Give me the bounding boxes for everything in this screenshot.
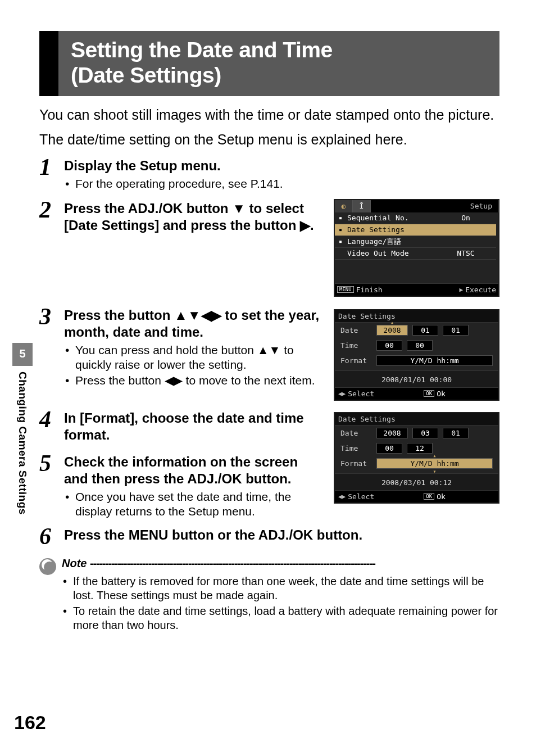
- lcd-row-date-settings: ▪ Date Settings ▷: [335, 224, 496, 236]
- up-down-arrows-icon: ▲▼: [257, 343, 281, 356]
- step-5-number: 5: [39, 452, 64, 474]
- page-number: 162: [14, 712, 46, 734]
- section-title-line1: Setting the Date and Time: [71, 38, 333, 62]
- lcd-ds2-preview: 2008/03/01 00:12: [335, 473, 498, 490]
- lcd-ds2-month: 03: [412, 428, 438, 438]
- step-3-bullet-2: Press the button ◀▶ to move to the next …: [64, 373, 322, 388]
- lcd-ds2-title: Date Settings: [335, 413, 498, 425]
- lcd-ds1-format: Y/M/D hh:mm: [376, 355, 493, 366]
- lcd-tab-setup-label: Setup: [371, 200, 498, 212]
- lcd-ds1-select-arrows-icon: ◀▶: [338, 390, 346, 397]
- step-1-bullet-1: For the operating procedure, see P.141.: [64, 176, 499, 191]
- lcd-footer-finish: Finish: [356, 286, 383, 294]
- lcd-footer-execute: Execute: [465, 286, 496, 294]
- lcd-ds2-row-time: Time 00 12: [335, 441, 498, 456]
- step-1-title: Display the Setup menu.: [64, 157, 499, 174]
- lcd-ds2-select: Select: [348, 492, 374, 501]
- lcd-tab-camera-icon: ◐: [335, 200, 353, 212]
- step-4: 4 In [Format], choose the date and time …: [39, 409, 322, 446]
- lcd-ds2-min: 12: [407, 443, 433, 454]
- lcd-ds1-day: 01: [443, 325, 469, 336]
- lcd-ds1-min: 00: [407, 340, 433, 351]
- lcd-ds1-row-time: Time 00 00: [335, 338, 498, 353]
- lcd-ds1-hour: 00: [376, 340, 402, 351]
- intro-paragraph-2: The date/time setting on the Setup menu …: [39, 131, 499, 148]
- intro-paragraph-1: You can shoot still images with the time…: [39, 106, 499, 124]
- step-3-title: Press the button ▲▼◀▶ to set the year, m…: [64, 307, 322, 341]
- down-arrow-icon: ▼: [232, 201, 246, 216]
- lcd-ds1-month: 01: [412, 325, 438, 336]
- side-tab: 5 Changing Camera Settings: [12, 343, 33, 515]
- step-5: 5 Check the information on the screen an…: [39, 452, 322, 520]
- left-right-arrows-icon: ◀▶: [165, 374, 183, 387]
- lcd-ds2-day: 01: [443, 428, 469, 438]
- lcd-ds2-row-format: Format Y/M/D hh:mm: [335, 456, 498, 471]
- four-arrows-icon: ▲▼◀▶: [174, 307, 221, 323]
- lcd-ds2-year: 2008: [376, 428, 408, 438]
- lcd-row-language: ▪ Language/言語: [335, 236, 496, 248]
- lcd-ds2-format: Y/M/D hh:mm: [376, 458, 493, 469]
- lcd-ds2-select-arrows-icon: ◀▶: [338, 493, 346, 500]
- lcd-ds2-row-date: Date 2008 03 01: [335, 425, 498, 441]
- chapter-name: Changing Camera Settings: [16, 366, 29, 515]
- lcd-ds1-preview: 2008/01/01 00:00: [335, 370, 498, 387]
- right-arrow-icon: ▶: [300, 218, 310, 233]
- lcd-ds2-ok: Ok: [437, 492, 446, 501]
- header-accent-bar: [39, 31, 58, 96]
- step-1-number: 1: [39, 156, 64, 178]
- step-4-title: In [Format], choose the date and time fo…: [64, 410, 322, 443]
- step-6-number: 6: [39, 526, 64, 547]
- lcd-ds1-ok-key-icon: OK: [424, 390, 434, 397]
- step-5-bullet-1: Once you have set the date and time, the…: [64, 490, 322, 519]
- step-2: 2 Press the ADJ./OK button ▼ to select […: [39, 199, 322, 236]
- lcd-row-video-out: Video Out Mode NTSC: [335, 248, 496, 260]
- section-header: Setting the Date and Time (Date Settings…: [39, 31, 499, 96]
- lcd-ds1-ok: Ok: [437, 390, 446, 398]
- chapter-number: 5: [12, 343, 33, 366]
- lcd-date-settings-2: Date Settings Date 2008 03 01 Time 00 12…: [334, 412, 499, 504]
- lcd-footer-exec-arrow-icon: ▶: [460, 286, 464, 293]
- step-2-title: Press the ADJ./OK button ▼ to select [Da…: [64, 200, 322, 234]
- note-block: Note -----------------------------------…: [39, 557, 499, 634]
- note-bullet-2: To retain the date and time settings, lo…: [62, 604, 499, 632]
- step-6-title: Press the MENU button or the ADJ./OK but…: [64, 527, 499, 544]
- lcd-ds2-hour: 00: [376, 443, 402, 454]
- lcd-date-settings-1: Date Settings Date 2008 01 01 Time 00 00…: [334, 309, 499, 401]
- lcd-tab-tools-icon: Ĭ: [353, 200, 371, 212]
- step-3-number: 3: [39, 306, 64, 327]
- lcd-ds2-ok-key-icon: OK: [424, 493, 434, 500]
- lcd-ds1-row-date: Date 2008 01 01: [335, 323, 498, 338]
- section-title-line2: (Date Settings): [71, 63, 221, 87]
- lcd-menu-key-icon: MENU: [337, 286, 354, 293]
- lcd-ds1-select: Select: [348, 390, 374, 398]
- lcd-setup-menu: ◐ Ĭ Setup ▪ Sequential No. On ▪ Date Set…: [334, 199, 499, 297]
- note-dashes: ----------------------------------------…: [90, 557, 375, 569]
- lcd-row-sequential-no: ▪ Sequential No. On: [335, 212, 496, 224]
- lcd-ds1-year: 2008: [376, 325, 408, 336]
- step-2-number: 2: [39, 199, 64, 220]
- lcd-ds1-title: Date Settings: [335, 310, 498, 323]
- step-5-title: Check the information on the screen and …: [64, 454, 322, 487]
- lcd-ds1-row-format: Format Y/M/D hh:mm: [335, 353, 498, 368]
- step-6: 6 Press the MENU button or the ADJ./OK b…: [39, 526, 499, 547]
- step-3-bullet-1: You can press and hold the button ▲▼ to …: [64, 343, 322, 373]
- step-1: 1 Display the Setup menu. For the operat…: [39, 156, 499, 192]
- step-3: 3 Press the button ▲▼◀▶ to set the year,…: [39, 306, 322, 390]
- note-label: Note: [62, 557, 87, 569]
- note-bullet-1: If the battery is removed for more than …: [62, 574, 499, 603]
- chevron-right-icon: ▷: [488, 225, 496, 234]
- note-icon: [39, 558, 56, 575]
- step-4-number: 4: [39, 409, 64, 430]
